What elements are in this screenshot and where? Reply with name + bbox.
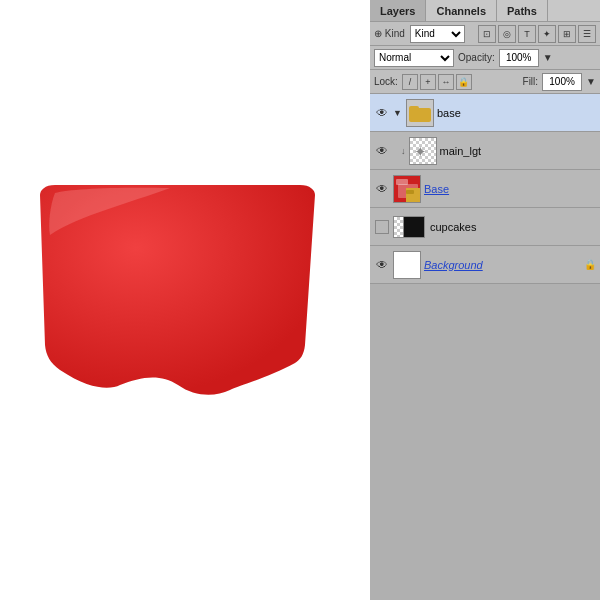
eye-main-lgt[interactable]: 👁 [374,143,390,159]
layers-list: 👁 ▼ base 👁 ↓ ✦ [370,94,600,600]
filter-row: ⊕ Kind Kind ⊡ ◎ T ✦ ⊞ ☰ [370,22,600,46]
panels: Layers Channels Paths ⊕ Kind Kind ⊡ ◎ T … [370,0,600,600]
eye-hidden-cupcakes [375,220,389,234]
layer-item-base-group[interactable]: 👁 ▼ base [370,94,600,132]
lock-icons: / + ↔ 🔒 [402,74,472,90]
eye-base-group[interactable]: 👁 [374,105,390,121]
filter-icon-more[interactable]: ☰ [578,25,596,43]
lock-artboard-btn[interactable]: ↔ [438,74,454,90]
layer-item-background[interactable]: 👁 Background 🔒 [370,246,600,284]
layer-thumb-cupcakes [393,213,427,241]
fill-label: Fill: [523,76,539,87]
tab-layers[interactable]: Layers [370,0,426,21]
svg-rect-1 [409,106,419,111]
layer-name-main-lgt: main_lgt [440,145,597,157]
layer-name-background: Background [424,259,581,271]
tab-channels[interactable]: Channels [426,0,497,21]
eye-background[interactable]: 👁 [374,257,390,273]
red-shape [30,185,325,395]
opacity-label: Opacity: [458,52,495,63]
tab-paths[interactable]: Paths [497,0,548,21]
filter-icon-pixel[interactable]: ⊡ [478,25,496,43]
fill-arrow[interactable]: ▼ [586,76,596,87]
blend-mode-select[interactable]: Normal [374,49,454,67]
canvas-area [0,0,370,600]
filter-kind-select[interactable]: Kind [410,25,465,43]
eye-icon-base-group: 👁 [376,106,388,120]
expand-arrow-base-group[interactable]: ▼ [393,108,402,118]
eye-icon-main-lgt: 👁 [376,144,388,158]
filter-icon-smart[interactable]: ⊞ [558,25,576,43]
layer-name-cupcakes: cupcakes [430,221,596,233]
filter-icon-adjust[interactable]: ◎ [498,25,516,43]
filter-label: ⊕ Kind [374,28,405,39]
lock-all-btn[interactable]: 🔒 [456,74,472,90]
layer-name-base-group: base [437,107,596,119]
svg-text:✦: ✦ [413,143,426,159]
lock-pixels-btn[interactable]: / [402,74,418,90]
opacity-input[interactable] [499,49,539,67]
opacity-arrow[interactable]: ▼ [543,52,553,63]
filter-icons: ⊡ ◎ T ✦ ⊞ ☰ [478,25,596,43]
layer-item-base[interactable]: 👁 Base [370,170,600,208]
lock-row: Lock: / + ↔ 🔒 Fill: ▼ [370,70,600,94]
layer-name-base: Base [424,183,596,195]
eye-cupcakes[interactable] [374,219,390,235]
svg-rect-6 [396,179,408,185]
layer-thumb-main-lgt: ✦ [409,137,437,165]
layer-item-cupcakes[interactable]: cupcakes [370,208,600,246]
filter-icon-shape[interactable]: ✦ [538,25,556,43]
eye-base[interactable]: 👁 [374,181,390,197]
effect-arrow-main-lgt: ↓ [401,146,406,156]
lock-icon-background: 🔒 [584,259,596,270]
tabs-row: Layers Channels Paths [370,0,600,22]
lock-label: Lock: [374,76,398,87]
filter-icon-type[interactable]: T [518,25,536,43]
layer-thumb-background [393,251,421,279]
blend-row: Normal Opacity: ▼ [370,46,600,70]
layer-thumb-base [393,175,421,203]
eye-icon-base: 👁 [376,182,388,196]
eye-icon-background: 👁 [376,258,388,272]
layer-item-main-lgt[interactable]: 👁 ↓ ✦ main_lgt [370,132,600,170]
svg-rect-8 [406,190,414,194]
fill-input[interactable] [542,73,582,91]
layer-thumb-base-group [406,99,434,127]
lock-position-btn[interactable]: + [420,74,436,90]
